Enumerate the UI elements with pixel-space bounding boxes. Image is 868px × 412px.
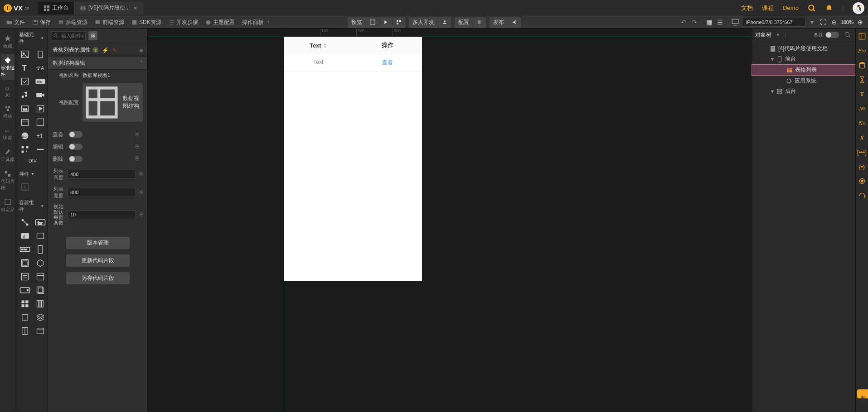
play-button[interactable] <box>379 18 393 27</box>
qr-button[interactable] <box>393 18 405 27</box>
avatar[interactable]: 🐧 <box>853 2 864 14</box>
palette-section-container[interactable]: 容器组件 ▼ <box>15 196 48 216</box>
close-icon[interactable]: × <box>133 5 137 12</box>
update-snippet-button[interactable]: 更新代码片段 <box>66 254 130 267</box>
rail-module[interactable]: 模块 <box>1 102 15 122</box>
menu-theme[interactable]: 主题配置 <box>203 17 238 28</box>
version-manage-button[interactable]: 版本管理 <box>66 237 130 249</box>
plus-icon[interactable]: ⊕ <box>856 18 864 26</box>
bell-icon[interactable] <box>825 4 833 12</box>
tree-item-backend[interactable]: ▼ 后台 <box>752 86 855 96</box>
palette-section-basic[interactable]: 基础元件 ▼ <box>15 29 48 48</box>
tree-item-appsystem[interactable]: 应用系统 <box>752 76 855 86</box>
rr-layout-icon[interactable] <box>858 32 866 40</box>
toggle-edit[interactable] <box>69 144 82 150</box>
chevron-down-icon[interactable]: ▼ <box>776 33 780 37</box>
menu-file[interactable]: 文件 <box>4 17 28 28</box>
minus-icon[interactable]: ⊖ <box>830 18 838 26</box>
menu-save[interactable]: 保存 <box>29 17 53 28</box>
rail-ai[interactable]: AIAI <box>1 82 15 101</box>
nav-courses[interactable]: 课程 <box>762 4 774 12</box>
rr-array-icon[interactable]: [•••] <box>858 148 866 156</box>
comp-line[interactable] <box>34 144 46 154</box>
help-center-button[interactable]: 帮助中心 <box>857 389 868 398</box>
cont-for[interactable]: for <box>34 217 46 227</box>
rr-hourglass-icon[interactable] <box>858 76 866 84</box>
rr-decimal-icon[interactable]: N.0 <box>858 119 866 127</box>
comp-play[interactable] <box>34 104 46 114</box>
cont-grid[interactable] <box>19 299 31 309</box>
menu-icon[interactable]: ≡ <box>140 47 143 53</box>
copy-icon[interactable]: ⎘ <box>136 143 143 150</box>
rr-bool-icon[interactable]: X <box>858 134 866 142</box>
rail-custom[interactable]: 自定义 <box>1 196 15 216</box>
sliders-button[interactable] <box>473 18 486 27</box>
tree-search-icon[interactable] <box>844 31 852 39</box>
preview-tab-button[interactable] <box>366 18 379 27</box>
rail-favorite[interactable]: 收藏 <box>1 32 15 52</box>
tab-codefragment[interactable]: [V5]代码片段使... × <box>74 2 143 14</box>
menu-frontend[interactable]: 前端资源 <box>92 17 127 28</box>
list-height-input[interactable] <box>67 170 136 179</box>
rr-text-icon[interactable]: T <box>858 90 866 98</box>
sort-icon[interactable]: ▲▼ <box>323 43 327 48</box>
rr-target-icon[interactable] <box>858 177 866 185</box>
rr-number-icon[interactable]: N0 <box>858 105 866 113</box>
th-text[interactable]: Text ▲▼ <box>284 37 353 54</box>
caret-down-icon[interactable]: ▼ <box>770 88 774 95</box>
undo-icon[interactable]: ↶ <box>679 18 688 26</box>
align-icon[interactable]: ▦ <box>705 18 713 26</box>
cont-list[interactable] <box>19 272 31 282</box>
tree-item-frontend[interactable]: ▼ 前台 <box>752 54 855 64</box>
palette-section-widgets[interactable]: 挂件 ▼ <box>15 168 48 180</box>
nav-demo[interactable]: Demo <box>783 5 799 11</box>
comp-button[interactable]: Btn <box>34 77 46 86</box>
comp-audio[interactable] <box>19 90 31 100</box>
rr-fn-icon[interactable]: F(x) <box>858 47 866 55</box>
cont-card[interactable] <box>34 231 46 241</box>
copy-icon[interactable]: ⎘ <box>140 171 143 178</box>
users-button[interactable] <box>438 18 451 27</box>
preview-button[interactable]: 预览 <box>348 17 366 28</box>
nav-docs[interactable]: 文档 <box>741 4 753 12</box>
canvas[interactable]: 100 200 300 Text ▲▼ 操作 Text 查看 <box>148 29 751 412</box>
rail-components[interactable]: 标准组件 <box>1 54 15 80</box>
menu-steps[interactable]: 开发步骤 <box>166 17 201 28</box>
comp-qrcode[interactable] <box>19 144 31 154</box>
rail-uilib[interactable]: UIUI库 <box>1 124 15 144</box>
copy-icon[interactable]: ⎘ <box>136 131 143 138</box>
caret-down-icon[interactable]: ▼ <box>770 56 774 62</box>
saveas-snippet-button[interactable]: 另存代码片段 <box>66 272 130 284</box>
redo-icon[interactable]: ↷ <box>690 18 698 26</box>
config-button[interactable]: 配置 <box>455 17 473 28</box>
menu-sdk[interactable]: SDK资源 <box>129 17 164 28</box>
comp-translate[interactable]: 文A <box>34 63 46 73</box>
comp-file[interactable] <box>34 49 46 59</box>
publish-button[interactable]: 发布 <box>490 17 508 28</box>
layout-icon[interactable]: ☰ <box>716 18 724 26</box>
cont-panel[interactable] <box>34 272 46 282</box>
comp-text[interactable]: T <box>19 63 31 73</box>
toggle-remark[interactable] <box>825 32 839 38</box>
cont-mobile[interactable] <box>34 244 46 254</box>
cont-if[interactable]: if <box>19 231 31 241</box>
tree-item-tablelist[interactable]: 表格列表 <box>752 64 855 76</box>
cont-flow[interactable] <box>19 217 31 227</box>
list-width-input[interactable] <box>67 188 136 197</box>
tree-item-doc[interactable]: [4]代码片段使用文档 <box>752 43 855 54</box>
menu-panel[interactable]: 操作面板↑ <box>239 17 272 28</box>
cont-window[interactable] <box>34 326 46 336</box>
comp-icon[interactable]: icon <box>19 131 31 141</box>
comp-video[interactable] <box>34 90 46 100</box>
device-select[interactable] <box>742 18 805 27</box>
cont-hex[interactable] <box>34 258 46 268</box>
toggle-view[interactable] <box>69 131 82 138</box>
fullscreen-icon[interactable]: ⛶ <box>819 18 827 26</box>
copy-icon[interactable]: ⎘ <box>140 211 143 218</box>
comp-edit[interactable] <box>19 77 31 86</box>
send-button[interactable] <box>508 18 521 27</box>
comp-media[interactable]: M4 <box>19 104 31 114</box>
tab-workspace[interactable]: 工作台 <box>38 2 74 14</box>
cont-layers[interactable] <box>34 312 46 322</box>
cont-stack[interactable] <box>34 285 46 295</box>
